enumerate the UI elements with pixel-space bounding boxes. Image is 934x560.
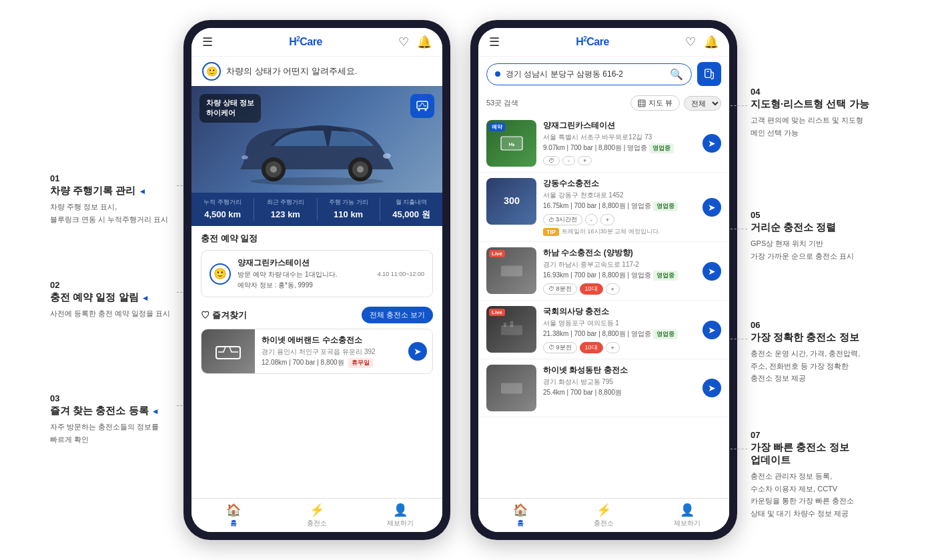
report-nav-label-left: 제보하기 (387, 519, 414, 528)
charge-nav-icon-left: ⚡ (310, 503, 324, 517)
thumb-img-4 (486, 365, 536, 411)
home-nav-icon-left: 🏠 (226, 503, 241, 517)
list-item-2[interactable]: Live 하남 수소충전소 (양방향) 경기 하남시 중부고속도로 117-2 … (478, 242, 729, 301)
fav-station-name: 하이넷 에버랜드 수소충전소 (262, 335, 396, 346)
nav-arrow-1[interactable]: ➤ (703, 198, 721, 217)
tags-3: ⏱ 9분전 10대 + (543, 342, 696, 353)
nav-arrow-4[interactable]: ➤ (703, 379, 721, 397)
report-nav-icon-right: 👤 (680, 503, 694, 517)
fav-station-meta: 12.08km | 700 bar | 8,800원 휴무일 (262, 358, 396, 368)
schedule-card[interactable]: 🙂 양재그린카스테이션 방문 예약 차량 대수는 1대입니다. 예약자 정보 :… (201, 250, 433, 297)
nav-charge-right[interactable]: ⚡ 충전소 (562, 503, 645, 528)
nav-report-right[interactable]: 👤 제보하기 (646, 503, 729, 528)
app-logo-left: H2Care (289, 35, 322, 48)
hamburger-icon-right[interactable]: ☰ (489, 35, 500, 49)
nav-arrow-3[interactable]: ➤ (703, 321, 721, 339)
tag-plus-2[interactable]: + (606, 283, 620, 295)
addr-3: 서울 영등포구 여의도등 1 (543, 319, 696, 328)
meta-4: 25.4km | 700 bar | 8,800원 (543, 388, 696, 397)
heart-icon-left[interactable]: ♡ (398, 35, 409, 49)
schedule-time: 4.10 11:00~12:00 (378, 271, 424, 277)
tag-time-2: ⏱ 8분전 (543, 283, 577, 295)
list-item-3[interactable]: Live 국회의사당 충전소 서울 영등포구 여의도등 1 21.38km | … (478, 301, 729, 359)
nav-home-right[interactable]: 🏠 홈 (478, 503, 562, 528)
filter-row: 53곳 검색 지도 뷰 전체 (478, 91, 729, 115)
nav-arrow-2[interactable]: ➤ (703, 262, 721, 281)
annotation-03: 03 즐겨 찾는 충전소 등록 ◄ 자주 방문하는 충전소들의 정보를빠르게 확… (50, 393, 183, 445)
charge-nav-icon-right: ⚡ (596, 503, 611, 517)
home-nav-label-left: 홈 (230, 519, 237, 528)
fav-station-addr: 경기 용인시 처인구 포곡읍 유운리 392 (262, 347, 396, 357)
fav-nav-icon[interactable]: ➤ (408, 342, 427, 361)
dashed-line-07 (731, 449, 747, 449)
category-filter[interactable]: 전체 (684, 96, 721, 111)
tip-row-1: TIP 트레일러 16시30분 교체 예정입니다. (543, 227, 696, 236)
nav-report-left[interactable]: 👤 제보하기 (359, 503, 442, 528)
bell-icon-right[interactable]: 🔔 (704, 35, 719, 49)
tag-plus-1[interactable]: + (600, 214, 614, 225)
list-item-1[interactable]: 300 강동수소충전소 서울 강동구 천호대로 1452 16.75km | 7… (478, 173, 729, 242)
view-all-btn[interactable]: 전체 충전소 보기 (362, 307, 433, 323)
svg-point-2 (425, 109, 427, 111)
addr-4: 경기 화성시 방교동 795 (543, 377, 696, 387)
stat-accumulated: 누적 주행거리 4,500 km (191, 198, 254, 221)
tags-1: ⏱ 3시간전 - + (543, 214, 696, 225)
name-4: 하이넷 화성동탄 충전소 (543, 365, 696, 376)
dashed-line-05 (731, 229, 747, 229)
search-icon[interactable]: 🔍 (670, 68, 683, 81)
favorites-section: ♡ 즐겨찾기 전체 충전소 보기 (191, 304, 442, 329)
schedule-time-wrap: 4.10 11:00~12:00 (378, 271, 424, 277)
info-1: 강동수소충전소 서울 강동구 천호대로 1452 16.75km | 700 b… (543, 178, 696, 236)
name-2: 하남 수소충전소 (양방향) (543, 247, 696, 259)
meta-1: 16.75km | 700 bar | 8,800원 | 영업중 영업중 (543, 201, 696, 211)
heart-icon-right[interactable]: ♡ (685, 35, 696, 49)
phone-right-inner: ☰ H2Care ♡ 🔔 경기 성남시 분당구 삼평동 616-2 (478, 28, 729, 532)
phone-left: ☰ H2Care ♡ 🔔 🙂 차량의 상태가 어떤지 알려주세요. (183, 20, 450, 540)
thumb-4 (486, 365, 536, 411)
tag-count-2: 10대 (580, 283, 603, 295)
svg-rect-18 (501, 265, 522, 276)
tag-minus-1[interactable]: - (585, 214, 598, 225)
tag-time-3: ⏱ 9분전 (543, 342, 577, 353)
phone-left-inner: ☰ H2Care ♡ 🔔 🙂 차량의 상태가 어떤지 알려주세요. (191, 28, 442, 532)
tags-0: ⏱ - + (543, 156, 696, 165)
list-item-0[interactable]: H₂ 예약 양재그린카스테이션 서울 특별시 서초구 바우뫼로12길 73 9.… (478, 115, 729, 173)
header-icons-right: ♡ 🔔 (685, 35, 719, 49)
tag-time-1: ⏱ 3시간전 (543, 214, 582, 225)
list-item-4[interactable]: 하이넷 화성동탄 충전소 경기 화성시 방교동 795 25.4km | 700… (478, 359, 729, 417)
status-message: 🙂 차량의 상태가 어떤지 알려주세요. (191, 57, 442, 86)
tag-minus-0[interactable]: - (562, 156, 575, 165)
search-bar: 경기 성남시 분당구 삼평동 616-2 🔍 (478, 57, 729, 91)
fuel-btn[interactable] (697, 62, 721, 86)
nav-home-left[interactable]: 🏠 홈 (191, 503, 275, 528)
tag-plus-0[interactable]: + (578, 156, 592, 165)
schedule-info: 양재그린카스테이션 방문 예약 차량 대수는 1대입니다. 예약자 정보 : 홍… (238, 257, 371, 290)
addr-2: 경기 하남시 중부고속도로 117-2 (543, 260, 696, 269)
live-badge-2: Live (489, 250, 505, 257)
info-4: 하이넷 화성동탄 충전소 경기 화성시 방교동 795 25.4km | 700… (543, 365, 696, 411)
phones-wrapper: ☰ H2Care ♡ 🔔 🙂 차량의 상태가 어떤지 알려주세요. (183, 20, 737, 540)
app-header-right: ☰ H2Care ♡ 🔔 (478, 28, 729, 57)
map-view-btn[interactable]: 지도 뷰 (630, 95, 680, 111)
home-nav-label-right: 홈 (517, 519, 524, 528)
car-icon-btn[interactable] (410, 94, 434, 118)
nav-arrow-0[interactable]: ➤ (703, 134, 721, 153)
nav-charge-left[interactable]: ⚡ 충전소 (275, 503, 358, 528)
svg-rect-14 (638, 100, 645, 107)
tag-plus-3[interactable]: + (606, 342, 620, 353)
search-input-text: 경기 성남시 분당구 삼평동 616-2 (506, 69, 664, 80)
tags-2: ⏱ 8분전 10대 + (543, 283, 696, 295)
svg-rect-21 (510, 321, 513, 327)
search-input-wrap[interactable]: 경기 성남시 분당구 삼평동 616-2 🔍 (486, 63, 692, 85)
result-count: 53곳 검색 (486, 98, 518, 108)
thumb-3: Live (486, 306, 536, 353)
car-banner-label: 차량 상태 정보 하이케어 (199, 94, 261, 123)
schedule-section: 충전 예약 일정 🙂 양재그린카스테이션 방문 예약 차량 대수는 1대입니다.… (191, 226, 442, 304)
thumb-1: 300 (486, 178, 536, 225)
svg-rect-12 (216, 347, 240, 359)
stat-recent: 최근 주행거리 123 km (254, 198, 317, 221)
favorite-station-card[interactable]: 하이넷 에버랜드 수소충전소 경기 용인시 처인구 포곡읍 유운리 392 12… (201, 329, 433, 374)
hamburger-icon-left[interactable]: ☰ (202, 35, 213, 49)
station-list: H₂ 예약 양재그린카스테이션 서울 특별시 서초구 바우뫼로12길 73 9.… (478, 115, 729, 498)
bell-icon-left[interactable]: 🔔 (417, 35, 432, 49)
